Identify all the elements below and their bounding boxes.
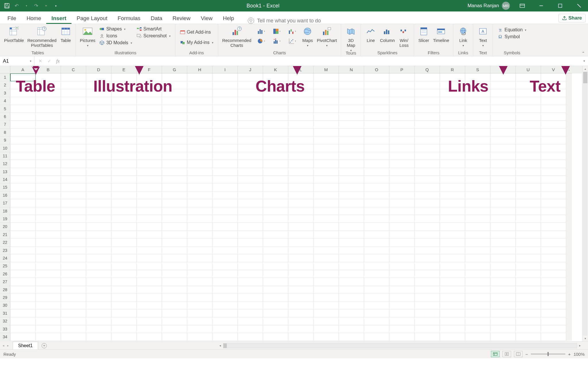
cell[interactable]: [36, 215, 61, 223]
tab-data[interactable]: Data: [146, 12, 167, 24]
cell[interactable]: [36, 97, 61, 105]
cell[interactable]: [36, 301, 61, 309]
cell[interactable]: [111, 317, 137, 325]
cell[interactable]: [137, 294, 162, 301]
cell[interactable]: [162, 176, 187, 183]
row-header[interactable]: 13: [0, 168, 10, 176]
cell[interactable]: [490, 168, 516, 176]
row-header[interactable]: 26: [0, 270, 10, 278]
cell[interactable]: [288, 254, 314, 262]
cell[interactable]: [162, 247, 187, 254]
pivotchart-button[interactable]: PivotChart ▾: [315, 25, 339, 48]
cell[interactable]: [10, 215, 36, 223]
row-header[interactable]: 28: [0, 286, 10, 294]
cell[interactable]: [339, 254, 364, 262]
cell[interactable]: [10, 254, 36, 262]
cell[interactable]: [61, 247, 86, 254]
cell[interactable]: [339, 317, 364, 325]
cell[interactable]: [187, 239, 212, 246]
cell[interactable]: [212, 310, 238, 317]
cell[interactable]: [61, 325, 86, 333]
cell[interactable]: [440, 121, 465, 128]
cell[interactable]: [389, 89, 415, 97]
cell[interactable]: [263, 310, 288, 317]
cell[interactable]: [36, 270, 61, 278]
cell[interactable]: [516, 278, 541, 286]
cell[interactable]: [465, 121, 490, 128]
cell[interactable]: [490, 192, 516, 199]
cell[interactable]: [86, 168, 111, 176]
sparkline-winloss-button[interactable]: Win/ Loss: [396, 25, 411, 48]
cell[interactable]: [541, 215, 566, 223]
cell[interactable]: [36, 176, 61, 183]
cell[interactable]: [415, 74, 440, 81]
cell[interactable]: [187, 136, 212, 144]
cell[interactable]: [339, 160, 364, 168]
cell[interactable]: [137, 278, 162, 286]
cell[interactable]: [263, 113, 288, 121]
cell[interactable]: [212, 199, 238, 207]
cell[interactable]: [440, 325, 465, 333]
cell[interactable]: [36, 223, 61, 231]
cell[interactable]: [415, 168, 440, 176]
cell[interactable]: [541, 317, 566, 325]
cell[interactable]: [465, 105, 490, 113]
cell[interactable]: [490, 262, 516, 270]
cell[interactable]: [541, 301, 566, 309]
column-header[interactable]: V: [541, 66, 566, 74]
cell[interactable]: [212, 183, 238, 191]
cell[interactable]: [263, 89, 288, 97]
row-header[interactable]: 22: [0, 239, 10, 246]
cell[interactable]: [339, 176, 364, 183]
cell[interactable]: [111, 74, 137, 81]
cell[interactable]: [339, 74, 364, 81]
scatter-chart-icon[interactable]: ▾: [286, 37, 298, 45]
cell[interactable]: [440, 270, 465, 278]
cell[interactable]: [61, 310, 86, 317]
cell[interactable]: [137, 301, 162, 309]
cell[interactable]: [389, 176, 415, 183]
cell[interactable]: [516, 317, 541, 325]
ribbon-display-icon[interactable]: [516, 0, 529, 11]
smartart-button[interactable]: SmartArt: [136, 26, 172, 32]
cell[interactable]: [364, 270, 389, 278]
cell[interactable]: [364, 89, 389, 97]
cell[interactable]: [364, 192, 389, 199]
cell[interactable]: [61, 239, 86, 246]
zoom-level[interactable]: 100%: [574, 352, 585, 357]
cell[interactable]: [490, 176, 516, 183]
cell[interactable]: [516, 160, 541, 168]
cell[interactable]: [137, 199, 162, 207]
cell[interactable]: [288, 74, 314, 81]
cell[interactable]: [137, 121, 162, 128]
cell[interactable]: [212, 231, 238, 239]
column-header[interactable]: G: [162, 66, 187, 74]
cell[interactable]: [364, 254, 389, 262]
row-header[interactable]: 30: [0, 301, 10, 309]
sheet-nav-prev-icon[interactable]: ◂: [3, 344, 4, 347]
cell[interactable]: [364, 239, 389, 246]
cell[interactable]: [162, 97, 187, 105]
cell[interactable]: [490, 270, 516, 278]
cell[interactable]: [187, 294, 212, 301]
cell[interactable]: [541, 278, 566, 286]
cell[interactable]: [465, 231, 490, 239]
cell[interactable]: [263, 121, 288, 128]
cell[interactable]: [541, 89, 566, 97]
cell[interactable]: [36, 113, 61, 121]
cell[interactable]: [314, 152, 339, 160]
cell[interactable]: [314, 97, 339, 105]
cell[interactable]: [162, 270, 187, 278]
cell[interactable]: [10, 278, 36, 286]
cell[interactable]: [238, 168, 263, 176]
cell[interactable]: [516, 192, 541, 199]
cell[interactable]: [36, 121, 61, 128]
cell[interactable]: [314, 168, 339, 176]
cell[interactable]: [415, 152, 440, 160]
cell[interactable]: [465, 113, 490, 121]
cell[interactable]: [263, 317, 288, 325]
cell[interactable]: [187, 317, 212, 325]
cell[interactable]: [137, 215, 162, 223]
tab-formulas[interactable]: Formulas: [113, 12, 146, 24]
cell[interactable]: [415, 262, 440, 270]
